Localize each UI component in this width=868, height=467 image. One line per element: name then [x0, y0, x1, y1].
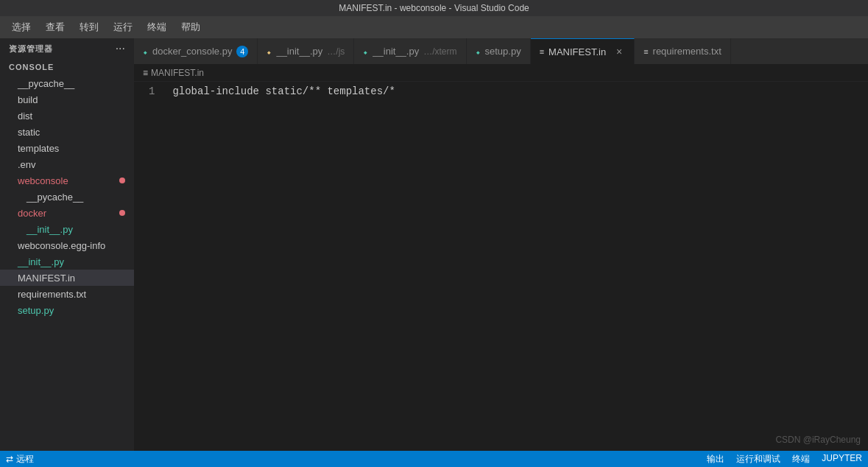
main-area: 资源管理器 ··· CONSOLE __pycache__ build dist…	[0, 38, 868, 451]
menu-terminal[interactable]: 终端	[141, 18, 172, 37]
watermark: CSDN @iRayCheung	[775, 435, 861, 445]
status-terminal[interactable]: 终端	[792, 453, 810, 466]
tab-icon-manifest: ≡	[540, 47, 544, 56]
sidebar-item-init-py2[interactable]: __init__.py	[0, 253, 134, 270]
menu-run[interactable]: 运行	[107, 18, 138, 37]
sidebar-item-egg-info[interactable]: webconsole.egg-info	[0, 237, 134, 253]
tab-init-xterm[interactable]: ⬥ __init__.py …/xterm	[354, 38, 466, 64]
status-run-debug[interactable]: 运行和调试	[736, 453, 780, 466]
line-number-1: 1	[149, 85, 155, 99]
sidebar-item-init-py[interactable]: __init__.py	[0, 221, 134, 237]
sidebar-item-env[interactable]: .env	[0, 156, 134, 172]
tab-sublabel-init-xterm: …/xterm	[423, 46, 456, 57]
title-bar: MANIFEST.in - webconsole - Visual Studio…	[0, 0, 868, 16]
breadcrumb-path: MANIFEST.in	[151, 68, 204, 78]
tab-icon-docker-console: ⬥	[143, 47, 148, 56]
tab-icon-requirements: ≡	[643, 47, 648, 56]
tab-sublabel-init-js: …/js	[327, 46, 345, 57]
code-line-1: global-include static/** templates/*	[166, 85, 868, 99]
sidebar: 资源管理器 ··· CONSOLE __pycache__ build dist…	[0, 38, 134, 451]
sidebar-item-manifest[interactable]: MANIFEST.in	[0, 270, 134, 286]
status-jupyter[interactable]: JUPYTER	[822, 453, 862, 466]
sidebar-item-docker[interactable]: docker	[0, 205, 134, 221]
sidebar-tree: CONSOLE __pycache__ build dist static te…	[0, 59, 134, 451]
status-remote-icon: ⇄	[6, 454, 13, 464]
tab-label-init-js: __init__.py	[276, 46, 322, 57]
code-editor[interactable]: 1 global-include static/** templates/*	[134, 82, 868, 451]
editor-area: ⬥ docker_console.py 4 ⬥ __init__.py …/js…	[134, 38, 868, 451]
tab-setup[interactable]: ⬥ setup.py	[467, 38, 531, 64]
menu-select[interactable]: 选择	[6, 18, 37, 37]
sidebar-item-pycache1[interactable]: __pycache__	[0, 75, 134, 91]
menu-goto[interactable]: 转到	[74, 18, 105, 37]
tab-icon-init-xterm: ⬥	[363, 47, 368, 56]
menu-bar: 选择 查看 转到 运行 终端 帮助	[0, 16, 868, 38]
menu-view[interactable]: 查看	[40, 18, 71, 37]
status-right-area: 输出 运行和调试 终端 JUPYTER	[707, 453, 862, 466]
tab-docker-console[interactable]: ⬥ docker_console.py 4	[134, 38, 258, 64]
line-numbers: 1	[134, 82, 166, 451]
sidebar-item-webconsole[interactable]: webconsole	[0, 172, 134, 189]
sidebar-title: 资源管理器	[9, 43, 53, 55]
menu-help[interactable]: 帮助	[175, 18, 206, 37]
sidebar-header: 资源管理器 ···	[0, 38, 134, 59]
sidebar-item-static[interactable]: static	[0, 124, 134, 140]
tab-icon-setup: ⬥	[476, 47, 481, 56]
status-remote-label: 远程	[16, 453, 34, 466]
breadcrumb-icon: ≡	[143, 68, 148, 78]
tab-badge-docker-console: 4	[236, 46, 248, 57]
status-bar: ⇄ 远程 输出 运行和调试 终端 JUPYTER	[0, 451, 868, 467]
sidebar-more-button[interactable]: ···	[116, 43, 125, 55]
tab-close-manifest[interactable]: ×	[613, 46, 625, 57]
sidebar-item-dist[interactable]: dist	[0, 108, 134, 124]
sidebar-section-console: CONSOLE	[0, 59, 134, 75]
tab-label-init-xterm: __init__.py	[373, 46, 419, 57]
tab-label-manifest: MANIFEST.in	[548, 46, 606, 57]
tab-manifest[interactable]: ≡ MANIFEST.in ×	[531, 38, 635, 64]
webconsole-modified-dot	[119, 178, 125, 183]
window-title: MANIFEST.in - webconsole - Visual Studio…	[339, 3, 529, 13]
breadcrumb: ≡ MANIFEST.in	[134, 64, 868, 82]
tabs-bar: ⬥ docker_console.py 4 ⬥ __init__.py …/js…	[134, 38, 868, 64]
tab-icon-init-js: ⬥	[267, 47, 272, 56]
code-lines[interactable]: global-include static/** templates/*	[166, 82, 868, 451]
tab-label-docker-console: docker_console.py	[152, 46, 232, 57]
docker-modified-dot	[119, 210, 125, 216]
sidebar-item-build[interactable]: build	[0, 91, 134, 108]
sidebar-item-setup[interactable]: setup.py	[0, 302, 134, 318]
sidebar-item-pycache2[interactable]: __pycache__	[0, 189, 134, 205]
status-output[interactable]: 输出	[707, 453, 724, 466]
sidebar-item-templates[interactable]: templates	[0, 140, 134, 156]
tab-requirements[interactable]: ≡ requirements.txt	[635, 38, 731, 64]
sidebar-item-requirements[interactable]: requirements.txt	[0, 286, 134, 302]
tab-init-js[interactable]: ⬥ __init__.py …/js	[258, 38, 354, 64]
tab-label-requirements: requirements.txt	[653, 46, 721, 57]
tab-label-setup: setup.py	[485, 46, 521, 57]
status-remote[interactable]: ⇄ 远程	[6, 453, 34, 466]
